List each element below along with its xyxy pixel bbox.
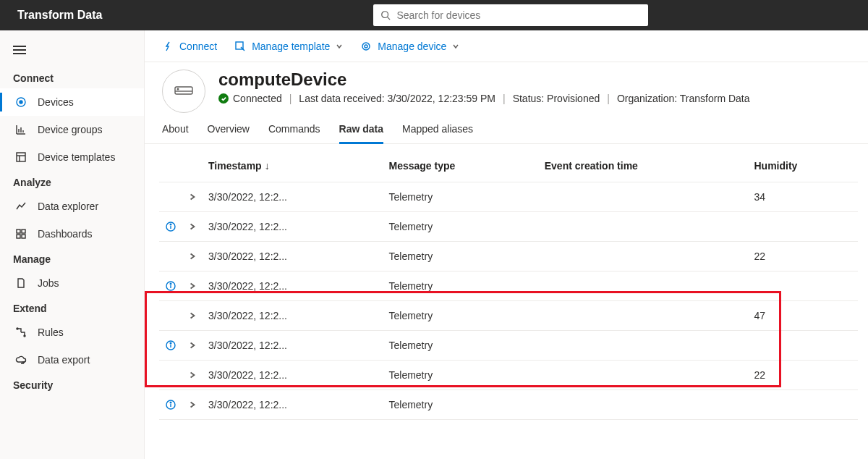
chevron-down-icon <box>452 43 459 50</box>
sidebar-item-label: Jobs <box>38 277 59 289</box>
tabs: About Overview Commands Raw data Mapped … <box>145 113 868 144</box>
svg-rect-12 <box>17 230 20 233</box>
search-input-wrap[interactable] <box>373 4 648 26</box>
svg-point-36 <box>170 402 171 403</box>
cell-humidity <box>748 390 858 420</box>
expand-row-icon[interactable] <box>188 400 197 409</box>
hamburger-button[interactable] <box>0 38 144 67</box>
org-field: Organization: Transform Data <box>617 93 750 104</box>
bar-chart-icon <box>14 123 27 136</box>
sidebar-item-data-explorer[interactable]: Data explorer <box>0 193 144 220</box>
cell-humidity: 47 <box>748 301 858 331</box>
last-data-label: Last data received: 3/30/2022, 12:23:59 … <box>299 93 495 104</box>
search-input[interactable] <box>396 9 641 21</box>
cell-event-creation-time <box>539 182 749 212</box>
sidebar-item-device-templates[interactable]: Device templates <box>0 143 144 171</box>
info-icon <box>165 340 176 351</box>
status-label: Connected <box>233 93 282 104</box>
tab-commands[interactable]: Commands <box>268 123 320 143</box>
cmd-label: Connect <box>179 41 217 52</box>
cell-humidity <box>748 271 858 301</box>
device-avatar-icon <box>162 70 205 113</box>
col-message-type[interactable]: Message type <box>383 150 538 182</box>
cmd-manage-template[interactable]: Manage template <box>234 41 343 52</box>
svg-rect-22 <box>175 87 192 94</box>
tab-mapped-aliases[interactable]: Mapped aliases <box>402 123 473 143</box>
svg-rect-13 <box>22 230 25 233</box>
cell-timestamp: 3/30/2022, 12:2... <box>203 301 383 331</box>
sidebar-item-label: Device templates <box>38 151 115 163</box>
grid-icon <box>14 227 27 240</box>
template-icon <box>14 151 27 164</box>
svg-line-1 <box>388 17 391 20</box>
sidebar-item-label: Rules <box>38 327 64 338</box>
expand-row-icon[interactable] <box>188 371 197 379</box>
cell-humidity: 22 <box>748 361 858 390</box>
col-timestamp[interactable]: Timestamp↓ <box>203 150 383 182</box>
col-humidity[interactable]: Humidity <box>748 150 858 182</box>
info-icon <box>165 221 176 232</box>
device-manage-icon <box>360 41 372 52</box>
svg-point-30 <box>170 283 171 285</box>
sidebar-item-data-export[interactable]: Data export <box>0 346 144 374</box>
plug-icon <box>162 41 174 52</box>
sidebar-section-extend: Extend <box>0 297 144 319</box>
expand-row-icon[interactable] <box>188 341 197 350</box>
cell-timestamp: 3/30/2022, 12:2... <box>203 331 383 361</box>
table-row[interactable]: 3/30/2022, 12:2...Telemetry <box>159 271 858 301</box>
cmd-connect[interactable]: Connect <box>162 41 217 52</box>
expand-row-icon[interactable] <box>188 282 197 290</box>
cell-humidity <box>748 331 858 361</box>
col-event-creation-time[interactable]: Event creation time <box>539 150 749 182</box>
svg-point-20 <box>362 43 370 50</box>
tab-about[interactable]: About <box>162 123 189 143</box>
expand-row-icon[interactable] <box>188 311 197 320</box>
device-status-line: Connected | Last data received: 3/30/202… <box>218 93 750 104</box>
table-row[interactable]: 3/30/2022, 12:2...Telemetry22 <box>159 242 858 271</box>
svg-point-33 <box>170 342 171 344</box>
svg-rect-15 <box>22 235 25 238</box>
device-header: computeDevice Connected | Last data rece… <box>145 62 868 113</box>
sidebar-section-analyze: Analyze <box>0 171 144 193</box>
sidebar-item-label: Data export <box>38 354 90 366</box>
svg-point-21 <box>365 45 367 48</box>
device-name: computeDevice <box>218 70 750 90</box>
table-row[interactable]: 3/30/2022, 12:2...Telemetry47 <box>159 301 858 331</box>
sidebar-item-rules[interactable]: Rules <box>0 319 144 346</box>
cell-message-type: Telemetry <box>383 182 538 212</box>
sidebar-item-label: Device groups <box>38 124 103 135</box>
cmd-label: Manage template <box>252 41 330 52</box>
sidebar-item-devices[interactable]: Devices <box>0 88 144 116</box>
document-icon <box>14 277 27 290</box>
cell-event-creation-time <box>539 212 749 242</box>
table-row[interactable]: 3/30/2022, 12:2...Telemetry <box>159 331 858 361</box>
svg-rect-9 <box>17 153 25 161</box>
sort-down-icon: ↓ <box>265 160 270 172</box>
table-row[interactable]: 3/30/2022, 12:2...Telemetry <box>159 212 858 242</box>
cell-event-creation-time <box>539 242 749 271</box>
table-row[interactable]: 3/30/2022, 12:2...Telemetry <box>159 390 858 420</box>
sidebar-section-security: Security <box>0 374 144 395</box>
sidebar-section-connect: Connect <box>0 67 144 88</box>
tab-raw-data[interactable]: Raw data <box>339 123 383 144</box>
sidebar-item-dashboards[interactable]: Dashboards <box>0 220 144 248</box>
cell-timestamp: 3/30/2022, 12:2... <box>203 390 383 420</box>
expand-row-icon[interactable] <box>188 193 197 201</box>
table-wrapper: Timestamp↓ Message type Event creation t… <box>145 144 868 459</box>
expand-row-icon[interactable] <box>188 252 197 261</box>
cell-timestamp: 3/30/2022, 12:2... <box>203 271 383 301</box>
cmd-manage-device[interactable]: Manage device <box>360 41 459 52</box>
cell-message-type: Telemetry <box>383 212 538 242</box>
svg-rect-14 <box>17 235 20 238</box>
tab-overview[interactable]: Overview <box>208 123 250 143</box>
expand-row-icon[interactable] <box>188 222 197 231</box>
cell-event-creation-time <box>539 390 749 420</box>
svg-point-24 <box>177 88 179 90</box>
sidebar-item-jobs[interactable]: Jobs <box>0 269 144 297</box>
table-row[interactable]: 3/30/2022, 12:2...Telemetry22 <box>159 361 858 390</box>
sidebar-item-device-groups[interactable]: Device groups <box>0 116 144 143</box>
table-row[interactable]: 3/30/2022, 12:2...Telemetry34 <box>159 182 858 212</box>
sidebar-section-manage: Manage <box>0 248 144 269</box>
app-title: Transform Data <box>17 9 102 22</box>
raw-data-table: Timestamp↓ Message type Event creation t… <box>159 150 858 420</box>
